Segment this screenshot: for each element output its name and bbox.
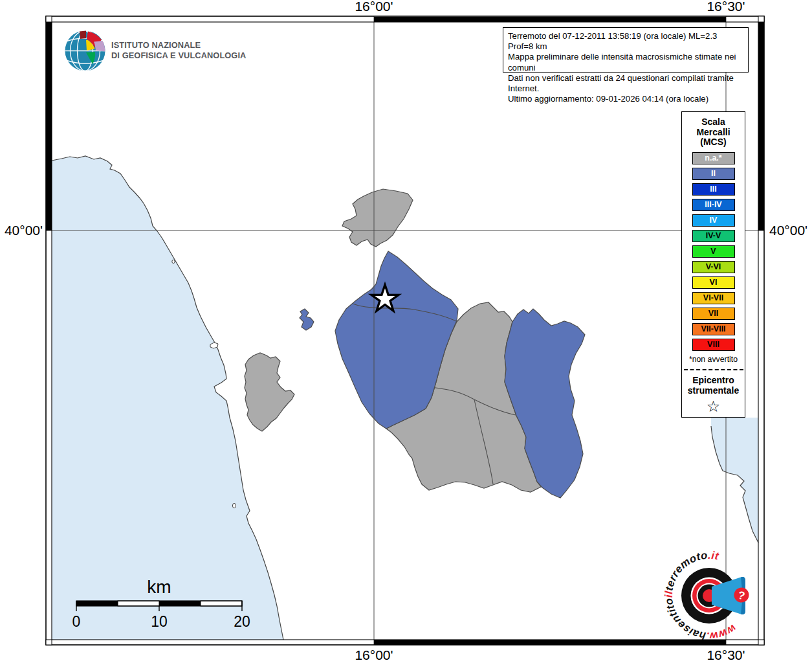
municipality-gray-north	[342, 189, 413, 247]
legend-swatch-vi-vii: VI-VII	[692, 292, 735, 304]
axis-label-left: 40°00'	[5, 223, 43, 238]
legend-epicenter-line2: strumentale	[682, 385, 745, 396]
sea-east	[711, 418, 758, 543]
frame-corner-tr	[758, 16, 764, 22]
legend-swatch-iv-v: IV-V	[692, 230, 735, 242]
legend-swatch-vii: VII	[692, 308, 735, 320]
axis-label-bottom-right: 16°30'	[707, 647, 745, 662]
municipality-gray-west	[245, 353, 294, 431]
axis-label-right: 40°00'	[769, 223, 807, 238]
scale-bar-seg4-white	[201, 601, 242, 606]
scale-label-20: 20	[234, 613, 250, 630]
scale-label-10: 10	[151, 613, 168, 630]
legend-swatch-iii: III	[692, 183, 735, 196]
event-info-box: Terremoto del 07-12-2011 13:58:19 (ora l…	[503, 27, 749, 73]
legend-swatch-viii: VIII	[692, 339, 735, 351]
map-layers	[52, 156, 758, 640]
frame-corner-br	[758, 640, 764, 645]
event-info-line-updated: Ultimo aggiornamento: 09-01-2026 04:14 (…	[508, 94, 743, 104]
legend-epicenter-line1: Epicentro	[682, 375, 745, 385]
legend-swatch-iv: IV	[692, 214, 735, 227]
municipality-blue-small	[300, 309, 314, 330]
event-info-line-map-type: Mappa preliminare delle intensità macros…	[508, 52, 743, 73]
islet-1	[172, 260, 175, 263]
frame-band-bottom-black	[374, 640, 726, 645]
scale-label-0: 0	[72, 613, 81, 630]
frame-band-top-black	[374, 17, 726, 22]
axis-label-bottom-left: 16°00'	[355, 647, 393, 662]
legend-swatch-n-a-: n.a.*	[692, 152, 735, 164]
legend-swatch-v-vi: V-VI	[692, 261, 735, 273]
scale-bar-unit: km	[147, 577, 171, 597]
frame-corner-bl	[46, 640, 52, 645]
event-info-line-questionnaires: Dati non verificati estratti da 24 quest…	[508, 73, 743, 94]
seismic-intensity-map-page: 16°00' 16°30' 16°00' 16°30' 40°00' 40°00…	[0, 0, 812, 663]
ingv-wordmark: ISTITUTO NAZIONALE DI GEOFISICA E VULCAN…	[111, 40, 246, 61]
legend-title-line1: Scala	[682, 117, 745, 128]
legend-title: Scala Mercalli (MCS)	[682, 117, 745, 148]
axis-label-top-left: 16°00'	[355, 0, 393, 14]
legend-footnote: *non avvertito	[682, 355, 745, 364]
scale-bar-seg2-white	[118, 601, 159, 606]
haisentito-logo: www.haisentitoilterremoto.it ?	[663, 549, 751, 643]
legend-epicenter-star-icon: ☆	[682, 398, 745, 415]
legend-panel: Scala Mercalli (MCS) n.a.*IIIIIIII-IVIVI…	[681, 111, 745, 418]
legend-swatch-ii: II	[692, 168, 735, 180]
frame-band-right-black	[758, 22, 764, 230]
scale-bar-seg1-black	[76, 601, 118, 606]
ingv-globe-darkred-tile	[80, 31, 86, 39]
legend-title-line3: (MCS)	[682, 137, 745, 148]
event-info-line-magnitude: Terremoto del 07-12-2011 13:58:19 (ora l…	[508, 31, 743, 52]
frame-band-left-black	[46, 22, 52, 230]
ingv-logo-icon	[65, 31, 105, 71]
islet-3	[232, 503, 236, 508]
legend-swatch-vii-viii: VII-VIII	[692, 323, 735, 335]
ingv-wordmark-line1: ISTITUTO NAZIONALE	[111, 40, 246, 51]
axis-label-top-right: 16°30'	[707, 0, 745, 14]
legend-swatch-iii-iv: III-IV	[692, 199, 735, 211]
legend-divider	[684, 369, 743, 370]
legend-items: n.a.*IIIIIIII-IVIVIV-VVV-VIVIVI-VIIVIIVI…	[682, 152, 745, 351]
frame-corner-tl	[46, 16, 52, 22]
legend-swatch-vi: VI	[692, 276, 735, 289]
legend-title-line2: Mercalli	[682, 128, 745, 138]
legend-epicenter-title: Epicentro strumentale	[682, 375, 745, 396]
scale-bar-seg3-black	[159, 601, 201, 606]
legend-swatch-v: V	[692, 245, 735, 258]
ingv-wordmark-line2: DI GEOFISICA E VULCANOLOGIA	[111, 51, 246, 61]
